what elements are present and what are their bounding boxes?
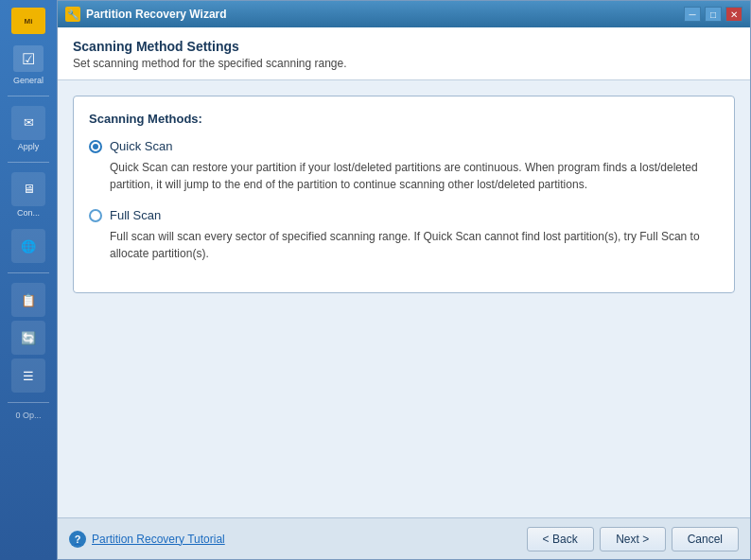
scan-methods-box: Scanning Methods: Quick Scan Quick Scan … — [73, 96, 735, 293]
full-scan-header[interactable]: Full Scan — [89, 208, 719, 222]
sidebar-icon-clean[interactable]: 🌐 — [11, 229, 45, 263]
app-logo: Mi — [11, 8, 45, 34]
sidebar-icon-apply[interactable]: ✉ — [11, 106, 45, 140]
window-title: Partition Recovery Wizard — [86, 8, 227, 21]
sidebar-divider-3 — [8, 272, 49, 273]
scan-methods-title: Scanning Methods: — [89, 112, 719, 126]
sidebar-divider-2 — [8, 162, 49, 163]
dialog-subtitle: Set scanning method for the specified sc… — [73, 57, 735, 70]
close-button[interactable]: ✕ — [725, 7, 742, 22]
sidebar-icon-check1[interactable]: 📋 — [11, 283, 45, 317]
title-bar: 🔧 Partition Recovery Wizard ─ □ ✕ — [58, 1, 750, 27]
sidebar-label-general: General — [3, 76, 54, 86]
sidebar-icon-check2[interactable]: 🔄 — [11, 321, 45, 355]
main-window: 🔧 Partition Recovery Wizard ─ □ ✕ Scanni… — [57, 0, 751, 560]
sidebar-divider-4 — [8, 402, 49, 403]
full-scan-desc: Full scan will scan every sector of spec… — [110, 228, 719, 262]
help-icon: ? — [69, 531, 86, 548]
sidebar-section-clean: 🌐 — [0, 223, 57, 269]
full-scan-label: Full Scan — [110, 208, 161, 222]
sidebar-icon-con[interactable]: 🖥 — [11, 172, 45, 206]
left-sidebar: Mi ☑ General ✉ Apply 🖥 Con... 🌐 📋 🔄 ☰ 0 … — [0, 0, 57, 560]
title-icon: 🔧 — [65, 7, 80, 22]
sidebar-section-general: ☑ General — [0, 42, 57, 92]
sidebar-icon-check3[interactable]: ☰ — [11, 359, 45, 393]
sidebar-icon-general[interactable]: ☑ — [13, 45, 44, 72]
minimize-button[interactable]: ─ — [684, 7, 701, 22]
full-scan-radio[interactable] — [89, 209, 102, 222]
sidebar-section-apply: ✉ Apply — [0, 100, 57, 158]
dialog-title: Scanning Method Settings — [73, 39, 735, 54]
sidebar-label-apply: Apply — [3, 142, 54, 152]
sidebar-label-ops: 0 Op... — [15, 411, 41, 420]
sidebar-section-con: 🖥 Con... — [0, 166, 57, 224]
title-bar-controls: ─ □ ✕ — [684, 7, 742, 22]
quick-scan-label: Quick Scan — [110, 139, 172, 153]
sidebar-label-con: Con... — [3, 208, 54, 219]
quick-scan-radio[interactable] — [89, 140, 102, 153]
cancel-button[interactable]: Cancel — [672, 527, 739, 551]
dialog-footer: ? Partition Recovery Tutorial < Back Nex… — [58, 517, 750, 559]
quick-scan-header[interactable]: Quick Scan — [89, 139, 719, 153]
full-scan-option: Full Scan Full scan will scan every sect… — [89, 208, 719, 262]
dialog-content: Scanning Methods: Quick Scan Quick Scan … — [58, 80, 750, 517]
sidebar-divider-1 — [8, 96, 49, 96]
help-link[interactable]: ? Partition Recovery Tutorial — [69, 531, 225, 548]
sidebar-section-check: 📋 🔄 ☰ — [0, 277, 57, 398]
restore-button[interactable]: □ — [705, 7, 722, 22]
back-button[interactable]: < Back — [527, 527, 594, 551]
help-link-text: Partition Recovery Tutorial — [92, 533, 225, 546]
footer-buttons: < Back Next > Cancel — [527, 527, 739, 551]
quick-scan-desc: Quick Scan can restore your partition if… — [110, 159, 719, 193]
quick-scan-option: Quick Scan Quick Scan can restore your p… — [89, 139, 719, 193]
next-button[interactable]: Next > — [600, 527, 666, 551]
dialog-header: Scanning Method Settings Set scanning me… — [58, 27, 750, 80]
